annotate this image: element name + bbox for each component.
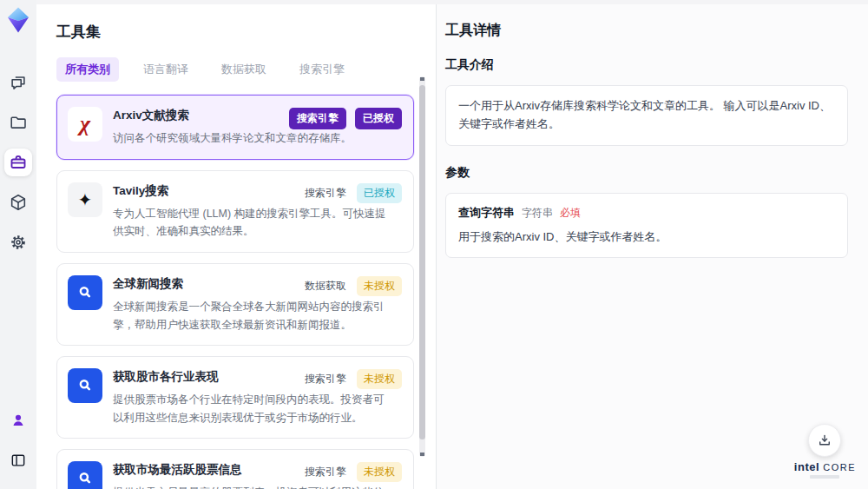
app-logo-crystal-icon <box>7 7 30 33</box>
param-required-badge: 必填 <box>560 206 581 221</box>
sparkle-icon: ✦ <box>68 182 102 217</box>
category-tab[interactable]: 语言翻译 <box>135 57 197 82</box>
collapse-panel-button[interactable] <box>4 446 32 474</box>
tool-badges: 数据获取 未授权 <box>303 276 402 296</box>
tool-icon: χ ✦ <box>68 275 102 310</box>
arxiv-logo-icon: χ <box>68 107 102 142</box>
auth-status-badge: 未授权 <box>357 276 402 296</box>
search-app-icon <box>68 368 102 403</box>
details-title: 工具详情 <box>445 22 848 40</box>
floating-corner: intel CORE <box>794 424 856 479</box>
params-heading: 参数 <box>445 165 848 181</box>
folder-icon <box>9 113 28 132</box>
intro-box: 一个用于从Arxiv存储库搜索科学论文和文章的工具。 输入可以是Arxiv ID… <box>445 85 848 146</box>
sidebar-item-plugins[interactable] <box>4 188 32 216</box>
category-tab[interactable]: 搜索引擎 <box>291 57 353 82</box>
category-badge: 搜索引擎 <box>303 462 348 482</box>
core-brand-text: CORE <box>823 462 856 472</box>
tool-icon: χ ✦ <box>68 182 102 217</box>
page-title: 工具集 <box>56 22 414 42</box>
tool-card[interactable]: χ ✦ 获取股市各行业表现 提供股票市场各个行业在特定时间段内的表现。投资者可以… <box>56 356 414 439</box>
tool-list: χ ✦ Arxiv文献搜索 访问各个研究领域大量科学论文和文章的存储库。 <box>56 95 414 489</box>
tool-description: 访问各个研究领域大量科学论文和文章的存储库。 <box>113 129 389 148</box>
tool-card[interactable]: χ ✦ 全球新闻搜索 全球新闻搜索是一个聚合全球各大新闻网站内容的搜索引擎，帮助… <box>56 263 414 346</box>
intro-heading: 工具介绍 <box>445 57 848 73</box>
user-avatar[interactable] <box>4 406 32 434</box>
gear-icon <box>9 233 28 252</box>
tool-icon: χ ✦ <box>68 461 102 489</box>
param-type: 字符串 <box>522 206 553 221</box>
sidebar-rail <box>0 0 36 489</box>
intel-core-logo: intel CORE <box>794 460 856 479</box>
tool-icon: χ ✦ <box>68 107 102 142</box>
param-name: 查询字符串 <box>458 205 515 221</box>
search-app-icon <box>68 461 102 489</box>
tool-icon: χ ✦ <box>68 368 102 403</box>
tool-card[interactable]: χ ✦ Arxiv文献搜索 访问各个研究领域大量科学论文和文章的存储库。 <box>56 95 414 160</box>
category-tabs: 所有类别 语言翻译 数据获取 搜索引擎 <box>56 57 414 82</box>
sidebar-item-settings[interactable] <box>4 228 32 256</box>
category-badge: 搜索引擎 <box>303 183 348 203</box>
tool-card[interactable]: χ ✦ 获取市场最活跃股票信息 提供当天交易量最高的股票列表。投资者可以利用这些… <box>56 449 414 489</box>
cube-icon <box>9 193 28 212</box>
tool-description: 提供当天交易量最高的股票列表。投资者可以利用这些信息来识别流动性强的股票和潜在的… <box>113 484 389 489</box>
category-badge: 搜索引擎 <box>289 108 346 129</box>
chat-bubbles-icon <box>9 73 28 92</box>
details-panel: 工具详情 工具介绍 一个用于从Arxiv存储库搜索科学论文和文章的工具。 输入可… <box>437 4 868 489</box>
tool-description: 专为人工智能代理 (LLM) 构建的搜索引擎工具。可快速提供实时、准确和真实的结… <box>113 205 389 241</box>
tool-badges: 搜索引擎 未授权 <box>303 369 402 389</box>
tools-panel: 工具集 所有类别 语言翻译 数据获取 搜索引擎 χ ✦ <box>36 4 436 489</box>
panel-toggle-icon <box>10 452 27 469</box>
param-box: 查询字符串 字符串 必填 用于搜索的Arxiv ID、关键字或作者姓名。 <box>445 193 848 259</box>
list-scrollbar[interactable] <box>419 76 425 457</box>
sidebar-item-chat[interactable] <box>4 69 32 96</box>
scrollbar-thumb[interactable] <box>419 85 425 439</box>
intel-logo-subbar <box>810 475 839 479</box>
auth-status-badge: 已授权 <box>355 108 402 129</box>
download-button[interactable] <box>808 424 841 457</box>
category-tab[interactable]: 所有类别 <box>56 57 119 82</box>
sidebar-item-toolbox[interactable] <box>4 149 32 176</box>
category-badge: 搜索引擎 <box>303 369 348 389</box>
intel-brand-text: intel <box>794 460 819 473</box>
tool-description: 提供股票市场各个行业在特定时间段内的表现。投资者可以利用这些信息来识别表现优于或… <box>113 391 389 426</box>
auth-status-badge: 已授权 <box>357 183 402 203</box>
tool-badges: 搜索引擎 已授权 <box>303 183 402 203</box>
briefcase-icon <box>9 153 28 172</box>
tool-description: 全球新闻搜索是一个聚合全球各大新闻网站内容的搜索引擎，帮助用户快速获取全球最新资… <box>113 298 389 334</box>
sidebar-item-files[interactable] <box>4 109 32 136</box>
auth-status-badge: 未授权 <box>357 369 402 389</box>
category-tab[interactable]: 数据获取 <box>213 57 275 82</box>
user-icon <box>10 412 27 429</box>
param-description: 用于搜索的Arxiv ID、关键字或作者姓名。 <box>458 228 835 247</box>
tool-badges: 搜索引擎 已授权 <box>289 108 402 129</box>
search-app-icon <box>68 275 102 310</box>
tool-badges: 搜索引擎 未授权 <box>303 462 402 482</box>
tool-card[interactable]: χ ✦ Tavily搜索 专为人工智能代理 (LLM) 构建的搜索引擎工具。可快… <box>56 170 414 253</box>
auth-status-badge: 未授权 <box>357 462 402 482</box>
category-badge: 数据获取 <box>303 276 348 296</box>
scroll-up-arrow[interactable] <box>420 77 424 81</box>
download-icon <box>817 433 832 448</box>
intro-text: 一个用于从Arxiv存储库搜索科学论文和文章的工具。 输入可以是Arxiv ID… <box>458 97 835 134</box>
scroll-down-arrow[interactable] <box>420 453 424 456</box>
